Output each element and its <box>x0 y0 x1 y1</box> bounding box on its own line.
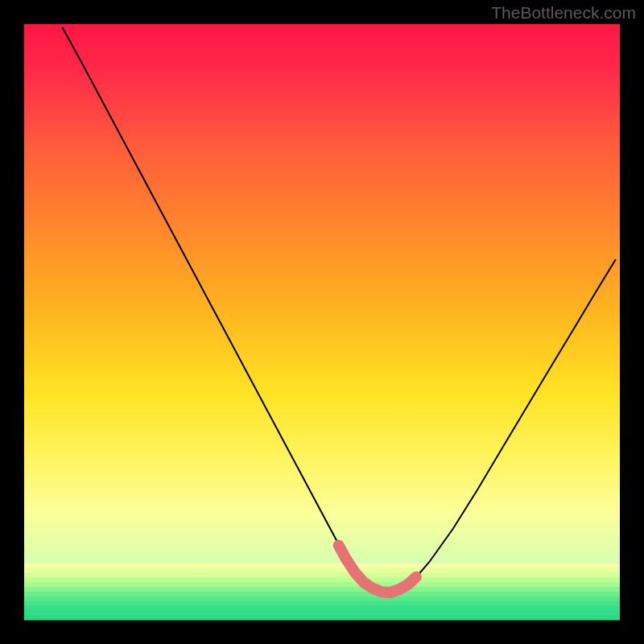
chart-bottom-band-stripe <box>24 597 620 601</box>
chart-bottom-band-stripe <box>24 568 620 573</box>
chart-bottom-band-stripe <box>24 577 620 582</box>
chart-container: TheBottleneck.com <box>0 0 644 644</box>
chart-bottom-band-stripe <box>24 615 620 620</box>
chart-bottom-band-stripe <box>24 605 620 610</box>
chart-bottom-band-stripe <box>24 601 620 606</box>
chart-bottom-band-stripe <box>24 572 620 577</box>
chart-svg <box>0 0 644 644</box>
chart-bottom-band-stripe <box>24 582 620 587</box>
chart-bottom-band-stripe <box>24 592 620 597</box>
chart-bottom-band-stripe <box>24 564 620 568</box>
watermark-text: TheBottleneck.com <box>491 3 636 23</box>
chart-bottom-band-stripe <box>24 610 620 615</box>
chart-bottom-band-stripe <box>24 587 620 592</box>
chart-plot-background <box>24 24 620 620</box>
